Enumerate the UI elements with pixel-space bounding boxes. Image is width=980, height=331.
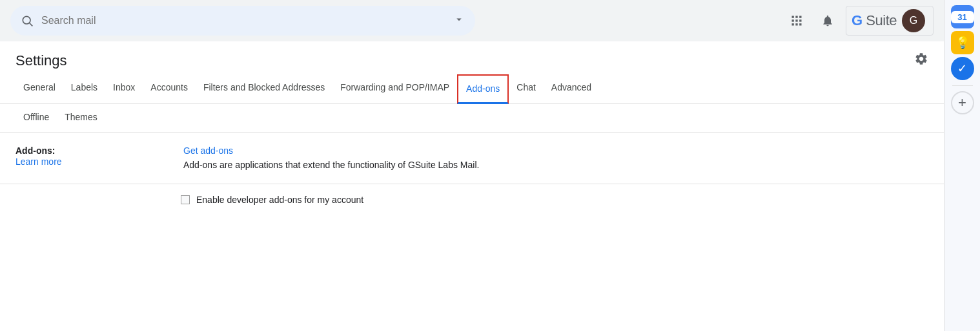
notifications-icon-btn[interactable]	[815, 8, 841, 34]
settings-content: Settings General Labels Inbox Accounts F…	[0, 41, 944, 331]
calendar-date-label: 31	[951, 11, 974, 23]
svg-rect-10	[799, 23, 801, 25]
search-bar-row: G Suite G	[0, 0, 944, 41]
tab-inbox[interactable]: Inbox	[105, 74, 143, 104]
svg-rect-2	[792, 16, 794, 18]
svg-point-0	[23, 16, 30, 24]
get-addons-link[interactable]: Get add-ons	[183, 145, 928, 156]
tab-chat[interactable]: Chat	[509, 74, 544, 104]
addons-description: Add-ons are applications that extend the…	[183, 160, 928, 170]
gear-icon[interactable]	[914, 52, 928, 69]
tab-themes[interactable]: Themes	[57, 104, 105, 133]
sidebar-divider	[952, 85, 973, 86]
addons-label-title: Add-ons:	[15, 145, 168, 156]
main-area: G Suite G Settings General Labels Inbox …	[0, 0, 944, 331]
learn-more-link[interactable]: Learn more	[15, 156, 62, 167]
tab-addons[interactable]: Add-ons	[457, 74, 509, 104]
nav-tabs-row2: Offline Themes	[0, 104, 944, 133]
search-dropdown-icon[interactable]	[453, 14, 465, 28]
tab-advanced[interactable]: Advanced	[544, 74, 599, 104]
svg-rect-6	[795, 19, 797, 21]
sidebar-keep-icon[interactable]: 💡	[951, 31, 974, 54]
settings-header: Settings	[0, 41, 944, 74]
gsuite-area[interactable]: G Suite G	[846, 6, 934, 36]
tab-forwarding[interactable]: Forwarding and POP/IMAP	[332, 74, 457, 104]
tab-labels[interactable]: Labels	[63, 74, 105, 104]
avatar[interactable]: G	[902, 9, 925, 32]
search-input[interactable]	[41, 15, 445, 27]
addons-section: Add-ons: Learn more Get add-ons Add-ons …	[0, 133, 944, 184]
svg-rect-4	[799, 16, 801, 18]
tab-offline[interactable]: Offline	[15, 104, 57, 133]
addons-content: Get add-ons Add-ons are applications tha…	[183, 145, 928, 171]
tab-general[interactable]: General	[15, 74, 63, 104]
svg-rect-8	[792, 23, 794, 25]
svg-rect-9	[795, 23, 797, 25]
nav-tabs-row1: General Labels Inbox Accounts Filters an…	[0, 74, 944, 104]
svg-rect-3	[795, 16, 797, 18]
page-title: Settings	[15, 52, 67, 69]
gsuite-label: G Suite	[852, 12, 897, 29]
right-sidebar: 31 💡 ✓ +	[944, 0, 980, 331]
search-box[interactable]	[10, 6, 475, 36]
sidebar-tasks-icon[interactable]: ✓	[951, 57, 974, 80]
tab-filters[interactable]: Filters and Blocked Addresses	[196, 74, 332, 104]
search-icon	[21, 14, 34, 27]
section-label: Add-ons: Learn more	[15, 145, 183, 171]
svg-rect-7	[799, 19, 801, 21]
developer-addons-checkbox[interactable]	[181, 195, 190, 204]
sidebar-calendar-icon[interactable]: 31	[951, 5, 974, 28]
svg-rect-5	[792, 19, 794, 21]
apps-icon-btn[interactable]	[784, 8, 810, 34]
top-right-icons: G Suite G	[784, 6, 934, 36]
svg-line-1	[30, 23, 33, 27]
developer-section: Enable developer add-ons for my account	[0, 184, 944, 215]
tab-accounts[interactable]: Accounts	[143, 74, 196, 104]
developer-addons-label: Enable developer add-ons for my account	[196, 195, 363, 205]
settings-body: Add-ons: Learn more Get add-ons Add-ons …	[0, 133, 944, 215]
sidebar-add-button[interactable]: +	[951, 91, 974, 114]
